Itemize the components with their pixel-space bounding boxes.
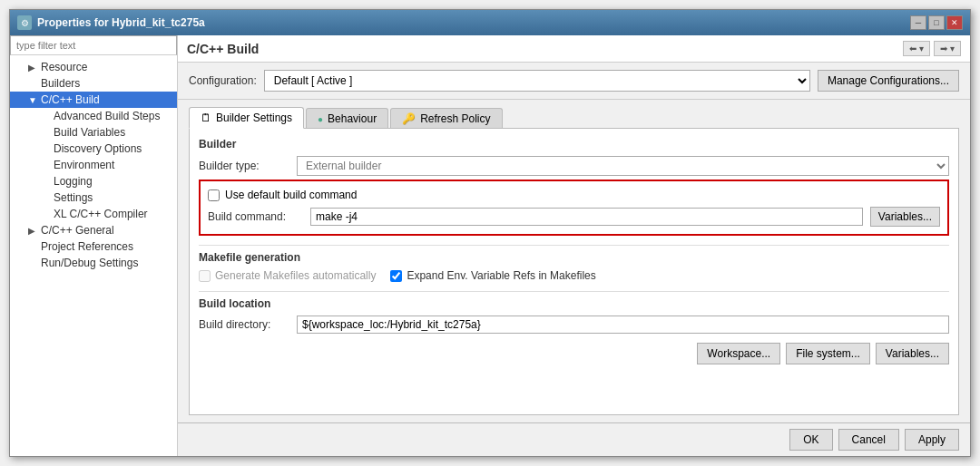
sidebar-item-label: C/C++ General [41, 224, 114, 237]
expand-env-text: Expand Env. Variable Refs in Makefiles [407, 269, 595, 282]
sidebar-item-label: C/C++ Build [41, 93, 100, 106]
sidebar-item-label: Logging [54, 175, 93, 188]
cancel-button[interactable]: Cancel [838, 429, 899, 451]
tab-builder-settings[interactable]: 🗒 Builder Settings [189, 107, 304, 129]
makefile-section: Makefile generation Generate Makefiles a… [199, 251, 949, 282]
separator [199, 245, 949, 246]
tabs-area: 🗒 Builder Settings ● Behaviour 🔑 Refresh… [178, 100, 970, 422]
configuration-select[interactable]: Default [ Active ] [264, 70, 810, 92]
workspace-button[interactable]: Workspace... [697, 343, 780, 364]
build-command-label: Build command: [208, 210, 303, 223]
properties-window: ⚙ Properties for Hybrid_kit_tc275a ─ □ ✕… [9, 9, 971, 457]
sidebar-item-settings[interactable]: Settings [10, 189, 177, 206]
build-command-row: Build command: Variables... [208, 207, 940, 227]
makefile-section-label: Makefile generation [199, 251, 949, 264]
forward-button[interactable]: ➡ ▾ [934, 41, 961, 56]
title-bar-buttons: ─ □ ✕ [910, 15, 963, 30]
expand-env-label: Expand Env. Variable Refs in Makefiles [390, 269, 595, 282]
builder-type-label: Builder type: [199, 160, 289, 172]
content-area: ▶ Resource Builders ▼ C/C++ Build Advanc… [10, 35, 970, 456]
sidebar-item-label: Environment [54, 159, 114, 171]
tab-refresh-policy[interactable]: 🔑 Refresh Policy [390, 108, 502, 129]
manage-configurations-button[interactable]: Manage Configurations... [818, 70, 959, 92]
sidebar-item-cpp-build[interactable]: ▼ C/C++ Build [10, 92, 177, 108]
build-command-input[interactable] [310, 208, 863, 226]
expand-icon [41, 112, 50, 121]
sidebar-item-cpp-general[interactable]: ▶ C/C++ General [10, 222, 177, 238]
sidebar-item-label: Builders [41, 77, 80, 90]
sidebar-item-builders[interactable]: Builders [10, 75, 177, 92]
build-dir-row: Build directory: [199, 316, 949, 334]
sidebar-item-project-references[interactable]: Project References [10, 238, 177, 255]
sidebar-item-label: Resource [41, 61, 87, 73]
builder-section-label: Builder [199, 138, 949, 150]
expand-env-checkbox[interactable] [390, 270, 402, 282]
expand-icon: ▼ [28, 95, 37, 105]
nav-arrows: ⬅ ▾ ➡ ▾ [903, 41, 961, 56]
configuration-label: Configuration: [189, 74, 257, 87]
sidebar-item-logging[interactable]: Logging [10, 173, 177, 189]
config-row: Configuration: Default [ Active ] Manage… [178, 63, 970, 100]
sidebar-item-xl-compiler[interactable]: XL C/C++ Compiler [10, 206, 177, 222]
filesystem-button[interactable]: File system... [786, 343, 870, 364]
tab-content-builder-settings: Builder Builder type: External builder U… [189, 128, 959, 415]
variables-button-2[interactable]: Variables... [876, 343, 949, 364]
expand-icon [41, 193, 50, 203]
sidebar-item-label: Advanced Build Steps [54, 110, 160, 122]
build-dir-label: Build directory: [199, 318, 289, 331]
expand-icon [41, 128, 50, 138]
build-location-label: Build location [199, 297, 949, 310]
build-location-section: Build location Build directory: [199, 297, 949, 334]
tab-bar: 🗒 Builder Settings ● Behaviour 🔑 Refresh… [189, 107, 959, 129]
sidebar-item-advanced-build[interactable]: Advanced Build Steps [10, 108, 177, 124]
sidebar-item-label: Build Variables [54, 126, 125, 139]
sidebar-item-build-variables[interactable]: Build Variables [10, 124, 177, 141]
refresh-policy-icon: 🔑 [402, 112, 416, 125]
sidebar-item-label: Project References [41, 240, 133, 253]
generate-makefiles-label: Generate Makefiles automatically [199, 269, 376, 282]
expand-icon [41, 177, 50, 187]
expand-icon [41, 144, 50, 154]
main-header: C/C++ Build ⬅ ▾ ➡ ▾ [178, 35, 970, 63]
sidebar-item-run-debug[interactable]: Run/Debug Settings [10, 255, 177, 271]
minimize-button[interactable]: ─ [910, 15, 926, 30]
filter-input[interactable] [10, 35, 177, 55]
expand-icon [41, 209, 50, 219]
build-location-buttons: Workspace... File system... Variables... [199, 343, 949, 364]
behaviour-icon: ● [318, 114, 323, 124]
apply-button[interactable]: Apply [905, 429, 959, 451]
window-icon: ⚙ [17, 15, 32, 30]
expand-icon [28, 258, 37, 268]
generate-makefiles-checkbox[interactable] [199, 270, 211, 282]
sidebar: ▶ Resource Builders ▼ C/C++ Build Advanc… [10, 35, 178, 456]
separator-2 [199, 291, 949, 292]
dialog-bottom: OK Cancel Apply [178, 422, 970, 456]
sidebar-item-label: Settings [54, 191, 93, 204]
restore-button[interactable]: □ [928, 15, 945, 30]
tab-label: Refresh Policy [420, 112, 490, 125]
build-dir-input[interactable] [297, 316, 949, 334]
expand-icon: ▶ [28, 63, 37, 73]
window-title: Properties for Hybrid_kit_tc275a [37, 16, 205, 29]
title-bar-left: ⚙ Properties for Hybrid_kit_tc275a [17, 15, 205, 30]
sidebar-item-discovery-options[interactable]: Discovery Options [10, 141, 177, 157]
close-button[interactable]: ✕ [946, 15, 963, 30]
expand-icon [28, 79, 37, 89]
sidebar-item-resource[interactable]: ▶ Resource [10, 59, 177, 75]
tab-behaviour[interactable]: ● Behaviour [306, 108, 388, 129]
main-panel-title: C/C++ Build [187, 42, 259, 56]
expand-icon [41, 160, 50, 170]
use-default-build-command-row: Use default build command [208, 189, 940, 201]
back-button[interactable]: ⬅ ▾ [903, 41, 930, 56]
builder-type-select[interactable]: External builder [297, 156, 949, 176]
use-default-build-checkbox[interactable] [208, 189, 220, 201]
tab-label: Builder Settings [216, 112, 292, 124]
sidebar-item-label: Run/Debug Settings [41, 257, 138, 269]
tab-label: Behaviour [328, 112, 377, 125]
use-default-build-label: Use default build command [225, 189, 357, 201]
variables-button-1[interactable]: Variables... [870, 207, 940, 227]
builder-settings-icon: 🗒 [201, 112, 211, 124]
ok-button[interactable]: OK [789, 429, 832, 451]
sidebar-item-environment[interactable]: Environment [10, 157, 177, 173]
expand-icon: ▶ [28, 226, 37, 236]
